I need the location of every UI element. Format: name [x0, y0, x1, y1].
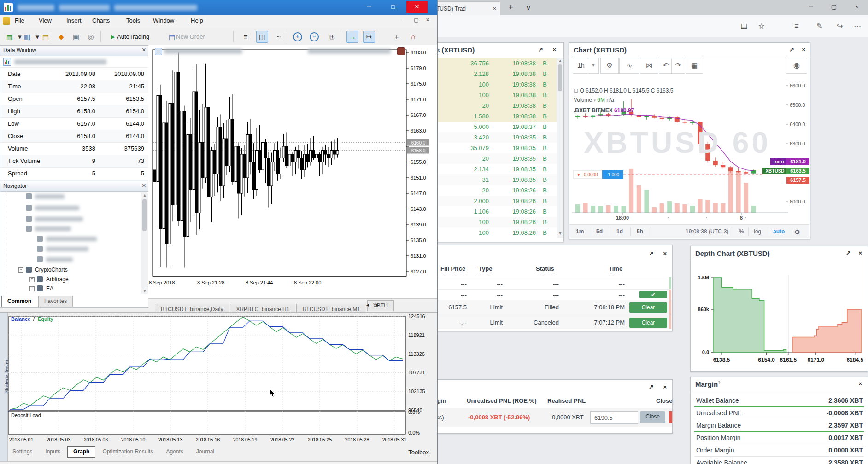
tree-expander-icon[interactable]: + [29, 277, 35, 282]
col-realised-pnl[interactable]: Realised PNL [547, 397, 586, 405]
range-1m[interactable]: 1m [576, 228, 584, 235]
tab-list-chevron-icon[interactable]: ∨ [522, 4, 535, 12]
close-icon[interactable]: ✕ [142, 183, 146, 189]
menu-file[interactable]: File [15, 17, 24, 24]
log-scale-button[interactable]: log [754, 228, 761, 235]
navigator-tab-common[interactable]: Common [1, 296, 37, 307]
col-close[interactable]: Close [656, 397, 672, 405]
more-menu-icon[interactable]: ⋯ [851, 21, 863, 31]
tester-tab-agents[interactable]: Agents [160, 446, 189, 458]
favorites-star-icon[interactable]: ☆ [756, 21, 768, 31]
close-icon[interactable]: ✕ [142, 47, 146, 53]
close-icon[interactable]: × [858, 380, 862, 387]
autotrading-label[interactable]: AutoTrading [117, 33, 149, 40]
browser-maximize-button[interactable]: ▢ [824, 0, 844, 14]
expert-advisor-icon[interactable]: ◎ [85, 31, 97, 43]
redo-icon[interactable]: ↷ [671, 58, 685, 74]
expand-icon[interactable]: ↗ [649, 250, 654, 257]
child-close-icon[interactable]: ✕ [426, 17, 430, 23]
scroll-down-icon[interactable]: ▼ [557, 231, 563, 236]
col-fill-price[interactable]: Fill Price [440, 265, 465, 273]
script-icon[interactable]: ▣ [70, 31, 82, 43]
navigator-item[interactable]: +EA [7, 284, 141, 294]
snapshot-camera-button[interactable]: ◉ [786, 58, 807, 74]
range-1d[interactable]: 1d [616, 228, 623, 235]
navigator-item[interactable]: -CryptoCharts [7, 265, 141, 275]
expand-icon[interactable]: ↗ [649, 383, 654, 390]
close-icon[interactable]: × [858, 249, 862, 256]
tabs-scroll-left-icon[interactable]: ◄ [365, 302, 370, 307]
auto-scroll-icon[interactable]: → [346, 31, 358, 43]
scroll-up-icon[interactable]: ▲ [557, 58, 563, 63]
collapse-legend-icon[interactable]: ⊟ [574, 87, 578, 94]
navigator-tree[interactable]: -CryptoCharts+Arbitrage+EA [7, 192, 149, 294]
range-5d[interactable]: 5d [596, 228, 603, 235]
chart-tab[interactable]: XBTU [367, 300, 394, 311]
col-type[interactable]: Type [479, 265, 492, 273]
tester-tab-inputs[interactable]: Inputs [39, 446, 66, 458]
interval-caret-button[interactable]: ▾ [588, 58, 599, 74]
ea-settings-icon[interactable] [155, 48, 162, 55]
clear-order-button[interactable]: Clear [629, 302, 667, 313]
child-restore-icon[interactable]: ▢ [414, 17, 418, 23]
compare-icon[interactable]: ⋈ [640, 58, 658, 74]
close-icon[interactable]: × [552, 46, 556, 53]
navigator-item[interactable] [7, 244, 141, 255]
ea-smiley-icon[interactable] [397, 47, 405, 55]
col-unrealised-pnl[interactable]: Unrealised PNL (ROE %) [467, 397, 536, 405]
close-position-button[interactable]: Close [640, 411, 665, 423]
chart-shift-icon[interactable]: ↦ [363, 31, 375, 43]
new-order-label[interactable]: New Order [176, 33, 205, 40]
indicators-icon[interactable]: ∿ [619, 58, 639, 74]
menu-help[interactable]: Help [191, 17, 203, 24]
tester-tab-settings[interactable]: Settings [6, 446, 38, 458]
close-icon[interactable]: × [663, 383, 667, 390]
tree-expander-icon[interactable]: - [18, 267, 23, 273]
magnet-icon[interactable]: ∩ [407, 31, 419, 43]
navigator-item[interactable] [7, 234, 141, 244]
navigator-item[interactable] [7, 255, 141, 265]
mt-close-button[interactable]: ✕ [406, 1, 428, 13]
close-price-input[interactable] [590, 411, 638, 424]
col-status[interactable]: Status [536, 265, 554, 273]
tester-tab-journal[interactable]: Journal [190, 446, 220, 458]
mt-minimize-button[interactable]: ─ [358, 1, 380, 13]
zoom-in-icon[interactable]: + [293, 32, 302, 41]
col-time[interactable]: Time [609, 265, 622, 273]
candle-chart-type-icon[interactable]: ◫ [256, 31, 268, 43]
clear-order-button[interactable]: Clear [629, 318, 667, 328]
menu-insert[interactable]: Insert [66, 17, 82, 24]
toolbox-tab[interactable]: Toolbox [408, 449, 429, 456]
share-icon[interactable]: ↪ [834, 21, 846, 31]
navigator-item[interactable]: +Arbitrage [7, 275, 141, 285]
trades-scrollbar[interactable]: ▲▼ [557, 58, 563, 238]
interval-button[interactable]: 1h [573, 58, 589, 74]
mt-maximize-button[interactable]: □ [382, 1, 404, 13]
navigator-item[interactable] [7, 224, 141, 234]
close-icon[interactable]: × [663, 250, 667, 257]
crosshair-icon[interactable]: + [391, 31, 403, 43]
menu-charts[interactable]: Charts [92, 17, 110, 24]
tester-tab-graph[interactable]: Graph [67, 446, 95, 458]
scroll-thumb[interactable] [558, 64, 562, 91]
navigator-tab-favorites[interactable]: Favorites [38, 296, 73, 307]
chart-settings-gear-icon[interactable]: ⚙ [600, 58, 619, 74]
browser-minimize-button[interactable]: ─ [801, 0, 821, 14]
expand-icon[interactable]: ↗ [846, 249, 851, 256]
web-note-pen-icon[interactable]: ✎ [814, 21, 826, 31]
expand-icon[interactable]: ↗ [789, 46, 794, 53]
navigator-item[interactable] [7, 192, 141, 202]
hub-icon[interactable]: ≡ [791, 21, 803, 31]
close-icon[interactable]: × [802, 46, 805, 53]
bar-chart-type-icon[interactable]: ≡ [240, 31, 252, 43]
profiles-icon[interactable]: ▤ [40, 31, 52, 43]
alerts-icon[interactable]: ◆ [55, 31, 67, 43]
volume-caret-icon[interactable]: ▾ [593, 98, 596, 103]
footer-gear-icon[interactable]: ⚙ [794, 228, 800, 236]
line-chart-type-icon[interactable]: ~ [273, 31, 285, 43]
tester-tab-optimization-results[interactable]: Optimization Results [96, 446, 159, 458]
auto-scale-button[interactable]: auto [773, 228, 785, 235]
depth-chart-canvas[interactable]: 1.5M860k0.06138.56154.06161.56171.06184.… [691, 261, 868, 371]
new-tab-button[interactable]: + [504, 3, 518, 12]
tabs-scroll-right-icon[interactable]: ► [375, 302, 380, 307]
